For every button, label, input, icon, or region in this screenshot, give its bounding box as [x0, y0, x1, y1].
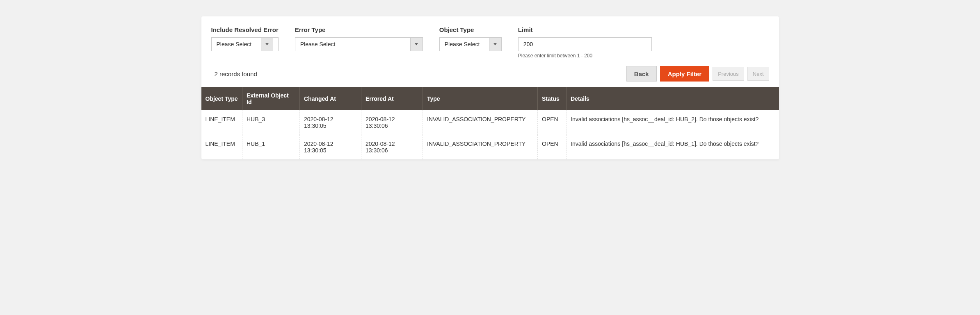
filter-include-resolved: Include Resolved Error Please Select	[211, 26, 279, 59]
limit-hint: Please enter limit between 1 - 200	[518, 53, 769, 59]
limit-input[interactable]	[518, 37, 652, 51]
cell-errored-at: 2020-08-12 13:30:06	[361, 110, 423, 135]
col-header-object-type: Object Type	[201, 87, 242, 110]
cell-object-type: LINE_ITEM	[201, 135, 242, 159]
filter-label: Object Type	[439, 26, 502, 33]
cell-status: OPEN	[538, 135, 567, 159]
table-row: LINE_ITEM HUB_3 2020-08-12 13:30:05 2020…	[201, 110, 779, 135]
col-header-errored-at: Errored At	[361, 87, 423, 110]
include-resolved-select[interactable]: Please Select	[211, 37, 279, 51]
col-header-external-object-id: External Object Id	[242, 87, 300, 110]
cell-external-object-id: HUB_1	[242, 135, 300, 159]
table-row: LINE_ITEM HUB_1 2020-08-12 13:30:05 2020…	[201, 135, 779, 159]
filter-limit: Limit Please enter limit between 1 - 200	[518, 26, 769, 59]
cell-changed-at: 2020-08-12 13:30:05	[300, 135, 361, 159]
filter-error-type: Error Type Please Select	[295, 26, 423, 59]
select-value: Please Select	[212, 38, 261, 51]
filter-label: Error Type	[295, 26, 423, 33]
cell-type: INVALID_ASSOCIATION_PROPERTY	[423, 135, 538, 159]
apply-filter-button[interactable]: Apply Filter	[660, 66, 710, 82]
cell-type: INVALID_ASSOCIATION_PROPERTY	[423, 110, 538, 135]
caret-down-icon[interactable]	[489, 38, 501, 51]
error-log-panel: Include Resolved Error Please Select Err…	[201, 16, 779, 159]
col-header-type: Type	[423, 87, 538, 110]
caret-down-icon[interactable]	[410, 38, 423, 51]
back-button[interactable]: Back	[626, 66, 657, 82]
cell-status: OPEN	[538, 110, 567, 135]
errors-table: Object Type External Object Id Changed A…	[201, 87, 779, 159]
filter-object-type: Object Type Please Select	[439, 26, 502, 59]
cell-object-type: LINE_ITEM	[201, 110, 242, 135]
cell-details: Invalid associations [hs_assoc__deal_id:…	[567, 135, 779, 159]
object-type-select[interactable]: Please Select	[439, 37, 502, 51]
select-value: Please Select	[440, 38, 489, 51]
cell-details: Invalid associations [hs_assoc__deal_id:…	[567, 110, 779, 135]
select-value: Please Select	[295, 38, 410, 51]
filter-bar: Include Resolved Error Please Select Err…	[201, 26, 779, 59]
caret-down-icon[interactable]	[261, 38, 273, 51]
filter-label: Include Resolved Error	[211, 26, 279, 33]
col-header-status: Status	[538, 87, 567, 110]
next-page-button[interactable]: Next	[747, 67, 769, 81]
cell-external-object-id: HUB_3	[242, 110, 300, 135]
error-type-select[interactable]: Please Select	[295, 37, 423, 51]
col-header-details: Details	[567, 87, 779, 110]
table-header-row: Object Type External Object Id Changed A…	[201, 87, 779, 110]
cell-changed-at: 2020-08-12 13:30:05	[300, 110, 361, 135]
previous-page-button[interactable]: Previous	[713, 67, 744, 81]
cell-errored-at: 2020-08-12 13:30:06	[361, 135, 423, 159]
records-found-label: 2 records found	[215, 70, 257, 77]
filter-label: Limit	[518, 26, 769, 33]
results-toolbar: 2 records found Back Apply Filter Previo…	[201, 59, 779, 87]
col-header-changed-at: Changed At	[300, 87, 361, 110]
